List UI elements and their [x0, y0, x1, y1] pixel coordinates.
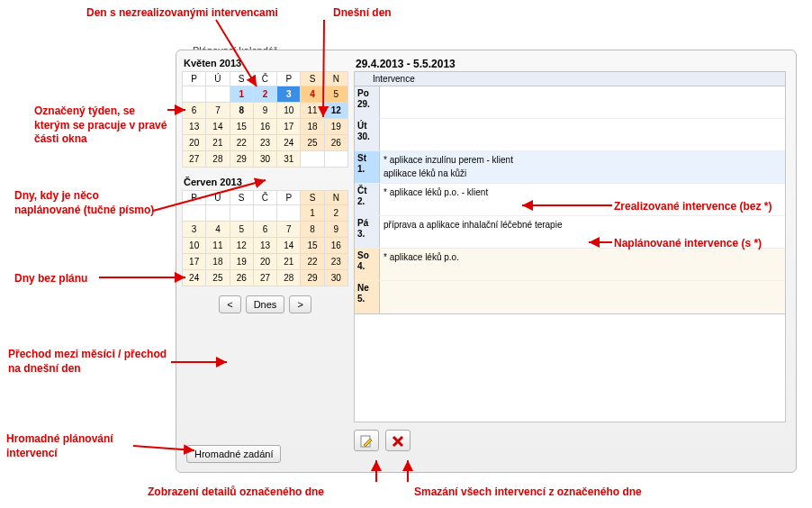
day-label: Čt2. [355, 184, 380, 215]
calendar-day[interactable]: 3 [183, 222, 206, 238]
edit-icon [360, 435, 373, 448]
calendar-day[interactable]: 29 [230, 151, 253, 168]
calendar-day[interactable]: 21 [206, 135, 230, 151]
detail-button[interactable] [354, 430, 379, 451]
calendar-day[interactable]: 25 [206, 270, 230, 286]
dow-header: N [324, 72, 347, 86]
calendar-day[interactable]: 11 [206, 238, 230, 254]
calendar-day[interactable]: 5 [230, 222, 253, 238]
calendar-day[interactable]: 13 [183, 119, 206, 135]
bulk-entry-button[interactable]: Hromadné zadání [186, 445, 281, 463]
calendar-day[interactable]: 17 [183, 254, 206, 270]
calendar-day[interactable]: 31 [277, 151, 301, 168]
calendar-day[interactable]: 18 [301, 119, 324, 135]
calendar-day[interactable]: 23 [324, 254, 347, 270]
calendar-day[interactable]: 3 [277, 86, 301, 103]
calendar-day[interactable]: 4 [301, 86, 324, 103]
calendar-day[interactable]: 25 [301, 135, 324, 151]
calendar-day [324, 151, 347, 168]
month1-grid[interactable]: PÚSČPSN123456789101112131415161718192021… [182, 71, 348, 168]
dow-header: P [277, 191, 301, 205]
calendar-day[interactable]: 19 [324, 119, 347, 135]
day-content[interactable]: * aplikace inzulínu perem - klientaplika… [380, 151, 785, 183]
day-row[interactable]: So4.* aplikace léků p.o. [355, 249, 785, 281]
ann-empty-days: Dny bez plánu [14, 272, 87, 286]
calendar-day[interactable]: 28 [206, 151, 230, 168]
calendar-day[interactable]: 22 [230, 135, 253, 151]
calendar-day[interactable]: 7 [206, 103, 230, 119]
calendar-day[interactable]: 9 [324, 222, 347, 238]
calendar-day[interactable]: 28 [277, 270, 301, 286]
calendar-day[interactable]: 6 [253, 222, 276, 238]
day-row[interactable]: St1.* aplikace inzulínu perem - klientap… [355, 151, 785, 184]
month2-grid[interactable]: PÚSČPSN123456789101112131415161718192021… [182, 190, 348, 286]
calendar-day[interactable]: 19 [230, 254, 253, 270]
calendar-day[interactable]: 26 [324, 135, 347, 151]
calendar-day [301, 151, 324, 168]
calendar-month1: Květen 2013 PÚSČPSN123456789101112131415… [182, 56, 348, 168]
calendar-day[interactable]: 1 [301, 205, 324, 222]
calendar-day[interactable]: 1 [230, 86, 253, 103]
calendar-day[interactable]: 8 [301, 222, 324, 238]
calendar-day[interactable]: 21 [277, 254, 301, 270]
calendar-day[interactable]: 23 [253, 135, 276, 151]
day-content[interactable] [380, 86, 785, 118]
calendar-day[interactable]: 10 [183, 238, 206, 254]
calendar-day[interactable]: 14 [206, 119, 230, 135]
calendar-day[interactable]: 16 [324, 238, 347, 254]
today-button[interactable]: Dnes [246, 295, 285, 313]
calendar-day[interactable]: 10 [277, 103, 301, 119]
calendar-day[interactable]: 20 [253, 254, 276, 270]
day-row[interactable]: Ne5. [355, 281, 785, 313]
calendar-day[interactable]: 24 [277, 135, 301, 151]
calendar-day[interactable]: 24 [183, 270, 206, 286]
calendar-day[interactable]: 12 [230, 238, 253, 254]
calendar-day[interactable]: 2 [324, 205, 347, 222]
calendar-day[interactable]: 15 [301, 238, 324, 254]
calendar-day[interactable]: 12 [324, 103, 347, 119]
prev-month-button[interactable]: < [219, 295, 240, 313]
next-month-button[interactable]: > [289, 295, 311, 313]
calendar-day[interactable]: 27 [183, 151, 206, 168]
calendar-day[interactable]: 9 [253, 103, 276, 119]
month2-title: Červen 2013 [182, 175, 348, 190]
day-row[interactable]: Po29. [355, 86, 785, 119]
day-label: So4. [355, 249, 380, 280]
calendar-day[interactable]: 8 [230, 103, 253, 119]
dow-header: S [301, 72, 324, 86]
calendar-day[interactable]: 4 [206, 222, 230, 238]
calendar-day[interactable]: 7 [277, 222, 301, 238]
calendar-day[interactable]: 17 [277, 119, 301, 135]
calendar-day[interactable]: 18 [206, 254, 230, 270]
dow-header: P [277, 72, 301, 86]
calendar-day[interactable]: 30 [253, 151, 276, 168]
delete-button[interactable] [385, 430, 411, 451]
calendar-day[interactable]: 2 [253, 86, 276, 103]
calendar-day [206, 205, 230, 222]
calendar-day[interactable]: 20 [183, 135, 206, 151]
calendar-day[interactable]: 11 [301, 103, 324, 119]
day-row[interactable]: Út30. [355, 119, 785, 151]
grid-filler [354, 314, 786, 422]
day-content[interactable] [380, 281, 785, 313]
left-column: Květen 2013 PÚSČPSN123456789101112131415… [182, 56, 348, 313]
calendar-day[interactable]: 27 [253, 270, 276, 286]
main-panel: Květen 2013 PÚSČPSN123456789101112131415… [176, 50, 797, 473]
calendar-day[interactable]: 14 [277, 238, 301, 254]
day-content[interactable]: * aplikace léků p.o. [380, 249, 785, 280]
calendar-day[interactable]: 15 [230, 119, 253, 135]
ann-delete: Smazání všech intervencí z označeného dn… [414, 485, 642, 500]
calendar-day[interactable]: 22 [301, 254, 324, 270]
day-label: St1. [355, 151, 380, 183]
intervention-header: Intervence [354, 71, 786, 86]
day-content[interactable] [380, 119, 785, 150]
calendar-day[interactable]: 29 [301, 270, 324, 286]
calendar-day[interactable]: 30 [324, 270, 347, 286]
calendar-day[interactable]: 5 [324, 86, 347, 103]
calendar-day[interactable]: 26 [230, 270, 253, 286]
calendar-day[interactable]: 6 [183, 103, 206, 119]
calendar-day[interactable]: 13 [253, 238, 276, 254]
action-buttons [354, 430, 786, 451]
calendar-day[interactable]: 16 [253, 119, 276, 135]
calendar-day [183, 205, 206, 222]
